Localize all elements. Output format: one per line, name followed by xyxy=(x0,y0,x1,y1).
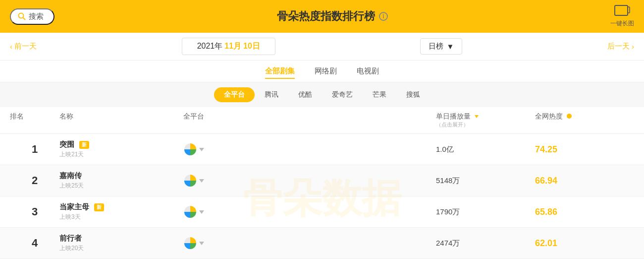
platform-icons-1 xyxy=(183,142,436,156)
table-container: 骨朵数据 排名 名称 全平台 单日播放量 （点击展开） 全网热度 1 突围 新 … xyxy=(0,107,644,259)
date-day: 10日 xyxy=(243,41,260,52)
table-row: 3 当家主母 新 上映3天 1790万 65.86 xyxy=(0,196,644,228)
tab-all[interactable]: 全部剧集 xyxy=(265,66,295,79)
svg-line-1 xyxy=(23,18,26,20)
col-platform: 全平台 xyxy=(183,112,436,129)
dropdown-icon-4[interactable] xyxy=(199,242,204,245)
platform-mango[interactable]: 芒果 xyxy=(363,87,396,102)
platform-youku[interactable]: 优酷 xyxy=(288,87,322,102)
date-prefix: 2021年 xyxy=(197,41,223,52)
play-count-4: 2474万 xyxy=(436,239,535,248)
platform-tencent[interactable]: 腾讯 xyxy=(255,87,288,102)
tabs-row: 全部剧集 网络剧 电视剧 xyxy=(0,61,644,82)
show-info-4: 前行者 上映20天 xyxy=(59,234,183,253)
screenshot-label: 一键长图 xyxy=(610,19,634,28)
svg-point-0 xyxy=(19,13,24,18)
search-icon xyxy=(18,12,26,20)
sort-icon xyxy=(475,115,479,118)
date-month: 11月 xyxy=(224,41,241,52)
platform-icons-4 xyxy=(183,236,436,250)
rank-1: 1 xyxy=(10,143,59,156)
title-text: 骨朵热度指数排行榜 xyxy=(277,9,375,24)
show-info-2: 嘉南传 上映25天 xyxy=(59,171,183,190)
table-row: 1 突围 新 上映21天 1.0亿 74.25 xyxy=(0,134,644,165)
rank-4: 4 xyxy=(10,237,59,250)
platform-pie-4 xyxy=(183,236,197,250)
tab-web[interactable]: 网络剧 xyxy=(315,66,337,79)
play-count-3: 1790万 xyxy=(436,207,535,217)
new-badge-1: 新 xyxy=(79,141,89,149)
search-label: 搜索 xyxy=(29,12,44,21)
table-header: 排名 名称 全平台 单日播放量 （点击展开） 全网热度 xyxy=(0,107,644,134)
heat-score-3: 65.86 xyxy=(535,207,634,217)
prev-label: 前一天 xyxy=(14,42,37,51)
daily-label: 日榜 xyxy=(429,42,443,51)
col-name: 名称 xyxy=(59,112,183,129)
heat-score-4: 62.01 xyxy=(535,238,634,249)
show-info-1: 突围 新 上映21天 xyxy=(59,140,183,159)
search-button[interactable]: 搜索 xyxy=(10,8,54,25)
tab-tv[interactable]: 电视剧 xyxy=(357,66,379,79)
next-label: 后一天 xyxy=(607,42,630,51)
date-bar: ‹ 前一天 2021年 11月 10日 日榜 ▼ 后一天 › xyxy=(0,33,644,61)
platform-sohu[interactable]: 搜狐 xyxy=(396,87,430,102)
prev-day-button[interactable]: ‹ 前一天 xyxy=(10,42,37,51)
header: 搜索 骨朵热度指数排行榜 i 一键长图 xyxy=(0,0,644,33)
table-row: 4 前行者 上映20天 2474万 62.01 xyxy=(0,228,644,259)
platform-icons-3 xyxy=(183,205,436,219)
platform-row: 全平台 腾讯 优酷 爱奇艺 芒果 搜狐 xyxy=(0,82,644,107)
col-rank: 排名 xyxy=(10,112,59,129)
platform-pie-1 xyxy=(183,142,197,156)
new-badge-3: 新 xyxy=(94,203,104,211)
daily-selector[interactable]: 日榜 ▼ xyxy=(420,38,462,55)
play-count-1: 1.0亿 xyxy=(436,145,535,154)
header-title: 骨朵热度指数排行榜 i xyxy=(277,9,388,24)
platform-pie-3 xyxy=(183,205,197,219)
dropdown-icon-3[interactable] xyxy=(199,210,204,214)
heat-score-2: 66.94 xyxy=(535,176,634,186)
date-selector[interactable]: 2021年 11月 10日 xyxy=(182,38,275,55)
rank-2: 2 xyxy=(10,174,59,187)
show-info-3: 当家主母 新 上映3天 xyxy=(59,202,183,221)
dropdown-icon-1[interactable] xyxy=(199,148,204,151)
svg-rect-3 xyxy=(628,7,630,13)
col-play-count: 单日播放量 （点击展开） xyxy=(436,112,535,129)
play-count-2: 5148万 xyxy=(436,176,535,186)
platform-icons-2 xyxy=(183,174,436,188)
rank-3: 3 xyxy=(10,205,59,218)
heat-score-1: 74.25 xyxy=(535,144,634,155)
svg-rect-2 xyxy=(615,5,628,15)
platform-all[interactable]: 全平台 xyxy=(214,87,255,102)
col-heat: 全网热度 xyxy=(535,112,634,129)
info-icon[interactable]: i xyxy=(379,12,388,21)
table-row: 2 嘉南传 上映25天 5148万 66.94 xyxy=(0,165,644,196)
screenshot-button[interactable]: 一键长图 xyxy=(610,5,634,28)
heat-dot-icon xyxy=(567,114,572,119)
platform-iqiyi[interactable]: 爱奇艺 xyxy=(322,87,363,102)
screenshot-icon xyxy=(614,5,630,18)
platform-pie-2 xyxy=(183,174,197,188)
dropdown-icon-2[interactable] xyxy=(199,179,204,183)
next-day-button[interactable]: 后一天 › xyxy=(607,42,634,51)
dropdown-arrow-icon: ▼ xyxy=(446,42,454,51)
